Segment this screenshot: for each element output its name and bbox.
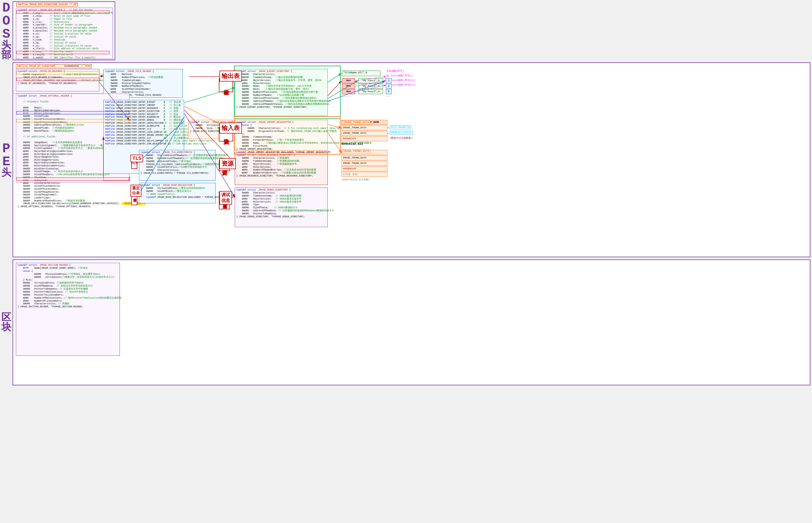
- dos-define-line: #define IMAGE_DOS_SIGNATURE 0x5A4D // MZ: [16, 3, 78, 6]
- import-desc-box: typedef struct _IMAGE_IMPORT_DESCRIPTOR …: [235, 120, 328, 150]
- thunk-data-iat-2: IMAGE_THUNK_DATA: [342, 156, 387, 160]
- image-thunk-data-title-2: IMAGE_THUNK_DATA: [342, 149, 370, 153]
- export-big-label: 输出表: [219, 71, 242, 82]
- pe-region-divider-top: [13, 93, 103, 93]
- tls-struct-box: typedef struct _IMAGE_TLS_DIRECTORY32 { …: [139, 150, 216, 181]
- nt-headers-box: typedef struct _IMAGE_NT_HEADERS { DWORD…: [16, 69, 99, 91]
- func2-name-box: "My Func2",0: [358, 84, 383, 89]
- dos-header-box: typedef struct _IMAGE_DOS_HEADER { // DO…: [16, 8, 113, 59]
- thunk-writefile-label: 002B WriteFile: [390, 131, 413, 134]
- resource-big-label: 资源: [219, 158, 236, 169]
- thunk-data-iat-3: IMAGE_THUNK_DATA: [342, 161, 387, 166]
- thunk-data-row-1: IMAGE_THUNK_DATA: [342, 125, 387, 130]
- section-side-label: 区块: [1, 260, 12, 386]
- rva-box-2: RVA: [342, 84, 355, 89]
- debug-big-label: 调试信息: [219, 191, 232, 205]
- filename-dll-box: "FileName.dll",0: [342, 71, 380, 76]
- func3-name-box: "My Func3",0: [358, 89, 383, 94]
- section-header-box: typedef struct _IMAGE_SECTION_HEADER { B…: [16, 263, 120, 356]
- kernel32-example-label: (以Kernel32.dll为例): [342, 178, 370, 181]
- dots-row2: ...: [386, 95, 390, 97]
- thunk-readfile-label: 0111 ReadFile: [390, 125, 411, 129]
- nt-signature-define: #define IMAGE_NT_SIGNATURE 0x00004550 //…: [16, 64, 92, 68]
- no-name-func-label: 无名函数(序号): [386, 69, 404, 73]
- import-big-label: 输入表: [219, 123, 242, 133]
- thunk-hex-row: 80000010h: [342, 136, 387, 141]
- export-dir-box: typedef struct _IMAGE_EXPORT_DIRECTORY {…: [235, 69, 328, 116]
- ordinal-index-b: b: [386, 89, 392, 94]
- pe-side-label: PE头: [1, 64, 12, 256]
- reloc-struct-box: typedef struct _IMAGE_BASE_RELOCATION { …: [139, 183, 216, 203]
- rva-box-1: RVA: [342, 78, 355, 83]
- tls-big-label: TLS: [130, 155, 143, 162]
- dots-row: ......: [342, 95, 351, 97]
- dos-side-label: DOS头部: [1, 1, 12, 60]
- debug-dir-box: typedef struct _IMAGE_DEBUG_DIRECTORY { …: [235, 187, 328, 227]
- image-thunk-data-title: IMAGE_THUNK_DATA: [342, 121, 370, 125]
- resource-dir-box: typedef struct _IMAGE_RESOURCE_DIRECTORY…: [235, 153, 328, 185]
- thunk-hex-comment: (数值方式为函数数): [390, 136, 412, 140]
- rva-box-3: RVA: [342, 89, 355, 94]
- kernel32-dll-label: Kennel32.dll: [342, 142, 363, 146]
- thunk-data-row-2: IMAGE_THUNK_DATA: [342, 131, 387, 136]
- ordinal-index-a: a: [386, 84, 392, 89]
- thunk-zero-iat: 0(结束 末尾): [342, 172, 387, 177]
- thunk-hex-iat: 80000010h: [342, 166, 387, 171]
- section-region: [13, 259, 810, 385]
- ordinal-index-1: 1: [386, 78, 392, 83]
- func1-name-box: "My Func1",0: [358, 78, 383, 83]
- reloc-big-label: 重定位表: [130, 185, 142, 197]
- func1-ordinal-label: My Func1函数(序号1): [386, 74, 412, 77]
